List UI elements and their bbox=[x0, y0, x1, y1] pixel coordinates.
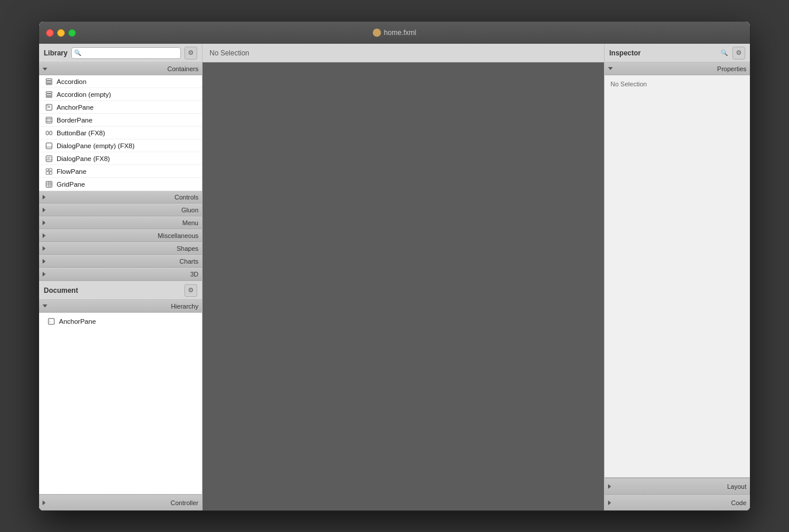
title-bar-center: home.fxml bbox=[373, 29, 416, 37]
canvas-no-selection: No Selection bbox=[210, 49, 249, 57]
hierarchy-collapse-icon bbox=[43, 304, 47, 307]
inspector-no-selection: No Selection bbox=[610, 80, 647, 88]
item-label: Accordion bbox=[57, 78, 86, 85]
svg-text:↕: ↕ bbox=[47, 106, 48, 109]
item-label: AnchorPane bbox=[57, 104, 93, 111]
item-label: FlowPane bbox=[57, 168, 86, 175]
list-item[interactable]: ↕ AnchorPane bbox=[39, 101, 202, 114]
svg-rect-15 bbox=[46, 131, 48, 135]
code-expand-icon bbox=[608, 501, 611, 505]
close-button[interactable] bbox=[46, 29, 54, 37]
svg-rect-24 bbox=[49, 169, 52, 171]
traffic-lights bbox=[46, 29, 76, 37]
svg-rect-1 bbox=[46, 81, 52, 83]
containers-items: Accordion Accordion (empty) bbox=[39, 75, 202, 191]
canvas-body[interactable] bbox=[203, 62, 604, 510]
section-label-containers: Containers bbox=[167, 65, 198, 72]
inspector-search-icon[interactable]: 🔍 bbox=[720, 48, 729, 58]
item-label: DialogPane (empty) (FX8) bbox=[57, 142, 135, 149]
layout-expand-icon bbox=[608, 484, 611, 489]
canvas-header: No Selection bbox=[203, 44, 604, 62]
buttonbar-icon bbox=[45, 129, 53, 137]
list-item[interactable]: DialogPane (empty) (FX8) bbox=[39, 139, 202, 152]
section-label-shapes: Shapes bbox=[177, 245, 198, 252]
item-label: GridPane bbox=[57, 181, 85, 188]
anchorpane-icon: ↕ bbox=[45, 103, 53, 111]
main-window: home.fxml Library 🔍 ⚙ Containers bbox=[39, 21, 750, 511]
section-header-menu[interactable]: Menu bbox=[39, 216, 202, 229]
document-header: Document ⚙ bbox=[39, 281, 202, 300]
section-label-miscellaneous: Miscellaneous bbox=[158, 232, 198, 239]
borderpane-icon bbox=[45, 116, 53, 124]
title-bar: home.fxml bbox=[39, 22, 750, 44]
section-header-miscellaneous[interactable]: Miscellaneous bbox=[39, 229, 202, 242]
inspector-header: Inspector 🔍 ⚙ bbox=[605, 44, 750, 62]
search-icon: 🔍 bbox=[74, 50, 81, 56]
hierarchy-item[interactable]: ↕ AnchorPane bbox=[39, 315, 202, 328]
expand-icon bbox=[43, 272, 46, 276]
library-gear-button[interactable]: ⚙ bbox=[184, 47, 197, 60]
svg-rect-23 bbox=[46, 169, 48, 171]
expand-icon bbox=[43, 208, 46, 212]
section-header-charts[interactable]: Charts bbox=[39, 255, 202, 268]
svg-rect-17 bbox=[46, 143, 52, 149]
hierarchy-label: Hierarchy bbox=[171, 303, 198, 310]
inspector-content: No Selection bbox=[605, 75, 750, 477]
list-item[interactable]: BorderPane bbox=[39, 114, 202, 127]
section-label-controls: Controls bbox=[174, 194, 198, 201]
inspector-title: Inspector bbox=[609, 49, 641, 57]
svg-rect-25 bbox=[46, 172, 49, 174]
section-header-3d[interactable]: 3D bbox=[39, 268, 202, 281]
layout-bar[interactable]: Layout bbox=[605, 478, 750, 494]
svg-rect-4 bbox=[46, 94, 52, 96]
file-icon bbox=[373, 29, 381, 37]
accordion-icon bbox=[45, 78, 53, 86]
list-item[interactable]: FlowPane bbox=[39, 165, 202, 178]
properties-collapse-icon bbox=[608, 67, 613, 70]
section-label-3d: 3D bbox=[190, 271, 198, 278]
list-item[interactable]: Accordion bbox=[39, 75, 202, 88]
collapse-icon bbox=[43, 68, 47, 71]
controller-expand-icon bbox=[43, 501, 46, 505]
dialogpane-icon bbox=[45, 155, 53, 163]
code-bar[interactable]: Code bbox=[605, 494, 750, 510]
maximize-button[interactable] bbox=[68, 29, 76, 37]
search-container[interactable]: 🔍 bbox=[71, 47, 181, 59]
document-section: Document ⚙ Hierarchy ↕ bbox=[39, 281, 202, 510]
expand-icon bbox=[43, 220, 46, 225]
item-label: DialogPane (FX8) bbox=[57, 155, 110, 162]
search-input[interactable] bbox=[83, 50, 178, 57]
document-gear-button[interactable]: ⚙ bbox=[184, 284, 197, 297]
flowpane-icon bbox=[45, 167, 53, 176]
section-header-containers[interactable]: Containers bbox=[39, 62, 202, 75]
list-item[interactable]: DialogPane (FX8) bbox=[39, 152, 202, 165]
item-label: Accordion (empty) bbox=[57, 91, 111, 98]
hierarchy-content: ↕ AnchorPane bbox=[39, 313, 202, 494]
document-title: Document bbox=[44, 286, 78, 295]
section-label-menu: Menu bbox=[182, 219, 198, 226]
svg-rect-26 bbox=[50, 172, 52, 174]
controller-bar[interactable]: Controller bbox=[39, 494, 202, 510]
inspector-gear-button[interactable]: ⚙ bbox=[732, 47, 745, 60]
list-item[interactable]: Accordion (empty) bbox=[39, 88, 202, 101]
main-content: Library 🔍 ⚙ Containers bbox=[39, 44, 750, 510]
accordion-empty-icon bbox=[45, 90, 53, 99]
section-header-gluon[interactable]: Gluon bbox=[39, 204, 202, 216]
layout-label: Layout bbox=[727, 483, 746, 490]
svg-rect-3 bbox=[46, 92, 52, 93]
list-item[interactable]: GridPane bbox=[39, 178, 202, 191]
hierarchy-item-label: AnchorPane bbox=[59, 318, 96, 325]
expand-icon bbox=[43, 195, 46, 200]
hierarchy-header[interactable]: Hierarchy bbox=[39, 300, 202, 313]
svg-rect-10 bbox=[46, 117, 52, 123]
section-header-controls[interactable]: Controls bbox=[39, 191, 202, 204]
inspector-panel: Inspector 🔍 ⚙ Properties No Selection La… bbox=[604, 44, 750, 510]
minimize-button[interactable] bbox=[57, 29, 65, 37]
section-header-shapes[interactable]: Shapes bbox=[39, 242, 202, 255]
svg-rect-5 bbox=[46, 96, 52, 97]
item-label: BorderPane bbox=[57, 117, 92, 124]
expand-icon bbox=[43, 246, 46, 251]
canvas-area: No Selection bbox=[203, 44, 604, 510]
svg-rect-2 bbox=[46, 83, 52, 85]
list-item[interactable]: ButtonBar (FX8) bbox=[39, 127, 202, 139]
